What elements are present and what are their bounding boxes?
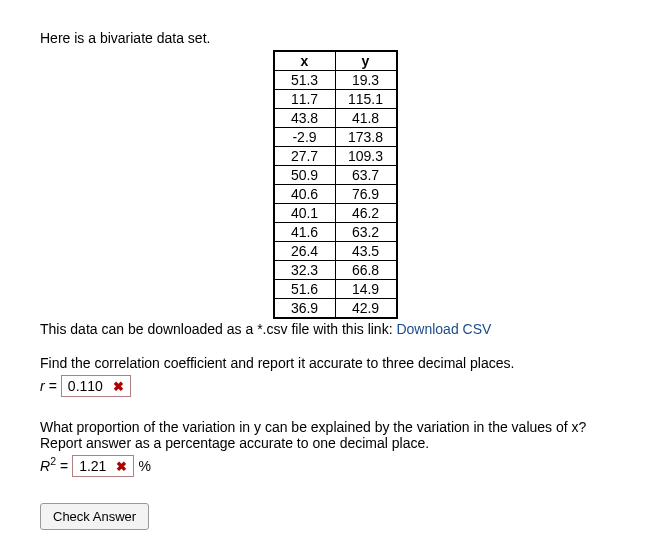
question-1-text: Find the correlation coefficient and rep…	[40, 355, 630, 371]
cell-y: 43.5	[335, 242, 397, 261]
table-row: -2.9173.8	[274, 128, 397, 147]
table-row: 43.841.8	[274, 109, 397, 128]
cell-x: 51.6	[274, 280, 336, 299]
cell-y: 46.2	[335, 204, 397, 223]
cell-x: 40.1	[274, 204, 336, 223]
cell-x: 11.7	[274, 90, 336, 109]
table-row: 50.963.7	[274, 166, 397, 185]
cell-y: 19.3	[335, 71, 397, 90]
table-row: 26.443.5	[274, 242, 397, 261]
r2-variable: R2	[40, 458, 56, 474]
download-line: This data can be downloaded as a *.csv f…	[40, 321, 630, 337]
table-row: 36.942.9	[274, 299, 397, 319]
table-row: 32.366.8	[274, 261, 397, 280]
table-row: 40.676.9	[274, 185, 397, 204]
cell-x: 50.9	[274, 166, 336, 185]
cell-x: 51.3	[274, 71, 336, 90]
cell-y: 173.8	[335, 128, 397, 147]
question-2-text: What proportion of the variation in y ca…	[40, 419, 630, 451]
cell-x: 27.7	[274, 147, 336, 166]
download-csv-link[interactable]: Download CSV	[396, 321, 491, 337]
table-row: 11.7115.1	[274, 90, 397, 109]
col-header-x: x	[274, 51, 336, 71]
cell-x: 36.9	[274, 299, 336, 319]
cell-y: 63.7	[335, 166, 397, 185]
answer-2-input[interactable]: 1.21 ✖	[72, 455, 134, 477]
download-text: This data can be downloaded as a *.csv f…	[40, 321, 396, 337]
table-row: 51.614.9	[274, 280, 397, 299]
col-header-y: y	[335, 51, 397, 71]
cell-x: -2.9	[274, 128, 336, 147]
table-row: 27.7109.3	[274, 147, 397, 166]
cell-y: 63.2	[335, 223, 397, 242]
cell-y: 109.3	[335, 147, 397, 166]
data-table: x y 51.319.311.7115.143.841.8-2.9173.827…	[273, 50, 398, 319]
percent-unit: %	[138, 458, 150, 474]
table-row: 41.663.2	[274, 223, 397, 242]
table-row: 51.319.3	[274, 71, 397, 90]
incorrect-icon: ✖	[116, 459, 127, 474]
cell-y: 14.9	[335, 280, 397, 299]
cell-y: 66.8	[335, 261, 397, 280]
answer-2-row: R2 = 1.21 ✖ %	[40, 455, 630, 477]
equals-1: =	[49, 378, 57, 394]
answer-1-row: r = 0.110 ✖	[40, 375, 630, 397]
answer-2-value: 1.21	[79, 458, 106, 474]
cell-x: 40.6	[274, 185, 336, 204]
cell-y: 115.1	[335, 90, 397, 109]
table-row: 40.146.2	[274, 204, 397, 223]
cell-y: 42.9	[335, 299, 397, 319]
cell-y: 41.8	[335, 109, 397, 128]
answer-1-input[interactable]: 0.110 ✖	[61, 375, 131, 397]
check-answer-button[interactable]: Check Answer	[40, 503, 149, 530]
cell-y: 76.9	[335, 185, 397, 204]
intro-text: Here is a bivariate data set.	[40, 30, 630, 46]
cell-x: 41.6	[274, 223, 336, 242]
cell-x: 32.3	[274, 261, 336, 280]
incorrect-icon: ✖	[113, 379, 124, 394]
cell-x: 26.4	[274, 242, 336, 261]
r-variable: r	[40, 378, 45, 394]
answer-1-value: 0.110	[68, 378, 103, 394]
equals-2: =	[60, 458, 68, 474]
cell-x: 43.8	[274, 109, 336, 128]
